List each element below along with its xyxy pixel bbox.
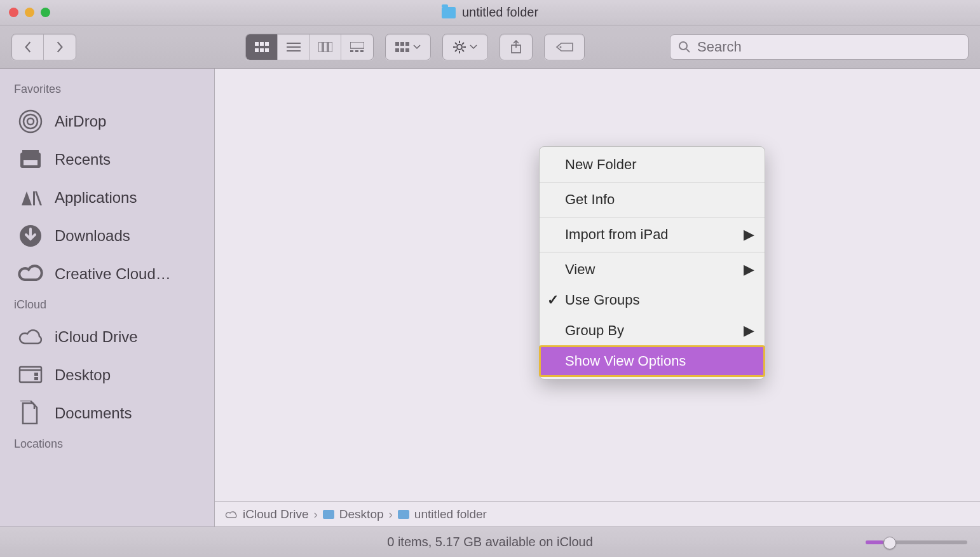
cloud-icon — [17, 323, 44, 351]
folder-icon — [398, 510, 409, 519]
titlebar: untitled folder — [0, 0, 980, 25]
sidebar-item-creative-cloud[interactable]: Creative Cloud… — [11, 255, 208, 293]
menu-item-new-folder[interactable]: New Folder — [540, 149, 765, 180]
svg-rect-5 — [265, 48, 269, 52]
svg-point-35 — [27, 118, 34, 125]
breadcrumb[interactable]: Desktop — [339, 507, 384, 521]
window-title-text: untitled folder — [462, 5, 538, 20]
arrange-button[interactable] — [385, 34, 431, 60]
window-title: untitled folder — [442, 5, 538, 20]
context-menu: New Folder Get Info Import from iPad▶ Vi… — [539, 146, 765, 380]
sidebar-section-locations: Locations — [14, 437, 208, 451]
svg-rect-1 — [260, 42, 264, 46]
sidebar-item-downloads[interactable]: Downloads — [11, 217, 208, 255]
menu-item-import-from-ipad[interactable]: Import from iPad▶ — [540, 219, 765, 250]
icon-view-button[interactable] — [246, 34, 278, 60]
view-switcher — [245, 34, 374, 60]
svg-rect-3 — [255, 48, 259, 52]
sidebar: Favorites AirDrop Recents Applications D… — [0, 69, 215, 526]
sidebar-label: iCloud Drive — [55, 328, 138, 346]
svg-rect-13 — [350, 50, 353, 52]
sidebar-item-applications[interactable]: Applications — [11, 179, 208, 217]
chevron-right-icon: › — [313, 507, 317, 521]
folder-icon — [442, 7, 456, 18]
svg-point-22 — [457, 45, 462, 50]
breadcrumb[interactable]: untitled folder — [414, 507, 487, 521]
svg-rect-11 — [329, 42, 332, 52]
svg-rect-7 — [287, 46, 301, 48]
desktop-icon — [17, 361, 44, 389]
menu-item-show-view-options[interactable]: Show View Options — [540, 346, 765, 376]
sidebar-label: Downloads — [55, 227, 130, 245]
sidebar-label: Applications — [55, 189, 137, 207]
action-button[interactable] — [442, 34, 488, 60]
menu-item-get-info[interactable]: Get Info — [540, 184, 765, 215]
sidebar-label: Recents — [55, 151, 111, 168]
menu-item-use-groups[interactable]: ✓Use Groups — [540, 285, 765, 315]
svg-rect-0 — [255, 42, 259, 46]
sidebar-section-favorites: Favorites — [14, 83, 208, 96]
breadcrumb[interactable]: iCloud Drive — [243, 507, 308, 521]
search-icon — [678, 41, 691, 53]
svg-rect-16 — [395, 42, 399, 46]
sidebar-label: Documents — [55, 404, 132, 422]
svg-rect-6 — [287, 43, 301, 44]
svg-rect-9 — [318, 42, 322, 52]
column-view-button[interactable] — [310, 34, 341, 60]
sidebar-label: Desktop — [55, 366, 111, 384]
sidebar-item-recents[interactable]: Recents — [11, 141, 208, 179]
forward-button[interactable] — [44, 34, 76, 60]
svg-rect-18 — [405, 42, 409, 46]
svg-rect-21 — [405, 48, 409, 52]
icon-size-slider[interactable] — [866, 540, 967, 544]
sidebar-item-airdrop[interactable]: AirDrop — [11, 102, 208, 141]
creative-cloud-icon — [17, 260, 44, 288]
svg-rect-10 — [323, 42, 327, 52]
search-field[interactable] — [670, 34, 969, 60]
path-bar: iCloud Drive › Desktop › untitled folder — [215, 501, 980, 526]
chevron-right-icon: › — [389, 507, 393, 521]
svg-rect-8 — [287, 50, 301, 52]
close-button[interactable] — [9, 8, 18, 17]
maximize-button[interactable] — [41, 8, 50, 17]
submenu-arrow-icon: ▶ — [744, 226, 754, 243]
list-view-button[interactable] — [278, 34, 310, 60]
svg-rect-4 — [260, 48, 264, 52]
menu-item-group-by[interactable]: Group By▶ — [540, 315, 765, 346]
svg-rect-2 — [265, 42, 269, 46]
svg-line-34 — [686, 49, 690, 52]
menu-item-view[interactable]: View▶ — [540, 254, 765, 285]
sidebar-item-documents[interactable]: Documents — [11, 394, 208, 432]
checkmark-icon: ✓ — [547, 292, 559, 308]
svg-line-27 — [455, 43, 457, 45]
gallery-view-button[interactable] — [341, 34, 373, 60]
submenu-arrow-icon: ▶ — [744, 261, 754, 278]
sidebar-section-icloud: iCloud — [14, 298, 208, 312]
toolbar — [0, 25, 980, 69]
sidebar-item-icloud-drive[interactable]: iCloud Drive — [11, 318, 208, 356]
tags-button[interactable] — [544, 34, 585, 60]
svg-rect-40 — [22, 150, 39, 153]
svg-rect-12 — [350, 42, 364, 48]
menu-separator — [540, 252, 765, 252]
cloud-icon — [225, 509, 238, 519]
svg-point-33 — [679, 42, 687, 50]
menu-separator — [540, 217, 765, 217]
back-button[interactable] — [12, 34, 44, 60]
traffic-lights — [9, 8, 50, 17]
svg-rect-15 — [360, 50, 364, 52]
svg-rect-44 — [34, 373, 38, 376]
submenu-arrow-icon: ▶ — [744, 322, 754, 339]
share-button[interactable] — [500, 34, 533, 60]
sidebar-item-desktop[interactable]: Desktop — [11, 356, 208, 394]
svg-line-30 — [455, 50, 457, 52]
sidebar-label: AirDrop — [55, 113, 106, 130]
status-text: 0 items, 5.17 GB available on iCloud — [387, 535, 593, 549]
sidebar-label: Creative Cloud… — [55, 265, 171, 283]
menu-separator — [540, 182, 765, 182]
search-input[interactable] — [697, 39, 960, 55]
svg-rect-45 — [34, 377, 38, 380]
minimize-button[interactable] — [25, 8, 34, 17]
svg-rect-39 — [24, 160, 37, 165]
documents-icon — [17, 399, 44, 427]
